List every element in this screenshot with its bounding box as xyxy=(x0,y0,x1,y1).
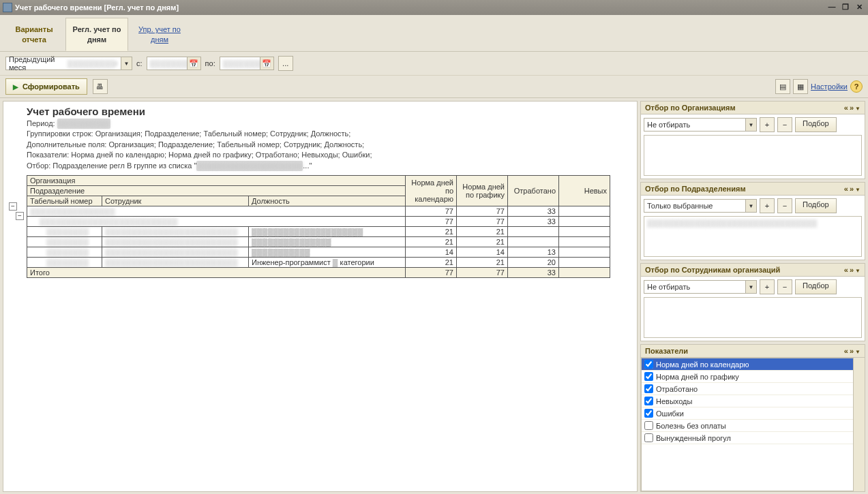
add-icon[interactable]: + xyxy=(760,117,775,132)
indicator-checkbox[interactable] xyxy=(644,433,653,442)
table-row[interactable]: ▒▒▒▒▒▒▒▒▒▒▒▒▒▒▒▒▒▒▒▒▒▒▒▒▒▒▒▒▒▒▒▒▒▒▒▒▒▒▒▒… xyxy=(27,236,610,247)
filter-emp-mode[interactable]: Не отбирать xyxy=(644,280,757,294)
maximize-button[interactable]: ❐ xyxy=(839,2,852,13)
cell-value xyxy=(559,267,610,277)
chevron-down-icon[interactable] xyxy=(855,104,860,112)
print-button[interactable]: 🖶 xyxy=(93,79,108,94)
table-row[interactable]: ▒▒▒▒▒▒▒▒▒▒▒▒▒▒▒▒▒▒▒▒▒▒▒▒▒▒▒▒▒▒▒▒▒▒▒▒▒▒▒▒… xyxy=(27,226,610,236)
date-from-input[interactable]: ▒▒▒▒▒▒▒▒ 📅 xyxy=(147,57,201,70)
indicator-row[interactable]: Ошибки xyxy=(642,407,853,420)
filter-dept-list[interactable]: ▒▒▒▒▒▒▒▒▒▒▒▒▒▒▒▒▒▒▒▒▒▒▒▒▒▒▒▒▒▒▒▒ xyxy=(644,216,862,257)
indicator-row[interactable]: Болезнь без оплаты xyxy=(642,420,853,432)
indicator-row[interactable]: Норма дней по календарю xyxy=(642,358,853,371)
cell-tabnum: ▒▒▒▒▒▒▒▒ xyxy=(27,226,102,236)
scrollbar[interactable] xyxy=(854,358,865,491)
to-label: по: xyxy=(205,59,215,67)
indicator-checkbox[interactable] xyxy=(644,360,653,369)
indicator-row[interactable]: Норма дней по графику xyxy=(642,371,853,383)
window-title: Учет рабочего времени [Регл. учет по дня… xyxy=(15,3,179,12)
select-org-button[interactable]: Подбор xyxy=(795,117,837,132)
indicator-list[interactable]: Норма дней по календарюНорма дней по гра… xyxy=(641,358,854,491)
meta-filter-prefix: Отбор: Подразделение регл В группе из сп… xyxy=(27,161,196,170)
remove-icon[interactable]: − xyxy=(777,198,792,213)
cell-value: 20 xyxy=(508,257,559,267)
panel-toggle-button[interactable]: ▤ xyxy=(775,79,790,94)
collapse-org-button[interactable]: − xyxy=(9,202,17,211)
col-org: Организация xyxy=(27,175,406,185)
col-absent: Невых xyxy=(559,175,610,206)
indicator-checkbox[interactable] xyxy=(644,397,653,405)
col-position: Должность xyxy=(249,196,406,206)
table-row[interactable]: ▒▒▒▒▒▒▒▒▒▒▒▒▒▒▒▒▒▒▒▒▒▒▒▒▒▒▒▒▒▒▒▒▒▒▒▒▒▒▒▒… xyxy=(27,247,610,257)
chevron-down-icon[interactable] xyxy=(855,266,860,274)
date-to-input[interactable]: ▒▒▒▒▒▒▒▒ 📅 xyxy=(220,57,274,70)
filter-emp-list[interactable] xyxy=(644,297,862,338)
cell-position: ▒▒▒▒▒▒▒▒▒▒▒▒▒▒▒▒▒▒▒▒▒ xyxy=(249,226,406,236)
help-button[interactable]: ? xyxy=(850,80,863,93)
indicator-checkbox[interactable] xyxy=(644,421,653,430)
list-item[interactable]: ▒▒▒▒▒▒▒▒▒▒▒▒▒▒▒▒▒▒▒▒▒▒▒▒▒▒▒▒▒▒▒▒ xyxy=(646,218,860,228)
indicator-row[interactable]: Вынужденный прогул xyxy=(642,432,853,444)
chevron-down-icon[interactable] xyxy=(746,118,757,132)
calendar-icon[interactable]: 📅 xyxy=(188,57,201,70)
cell-value: 21 xyxy=(406,257,457,267)
prev-month-value: ▒▒▒▒▒▒▒▒▒г xyxy=(68,59,118,67)
minimize-button[interactable]: — xyxy=(826,2,838,13)
add-icon[interactable]: + xyxy=(760,279,775,294)
cell-employee: ▒▒▒▒▒▒▒▒▒▒▒▒▒▒▒▒▒▒▒▒▒▒▒▒▒ xyxy=(102,257,249,267)
select-dept-button[interactable]: Подбор xyxy=(795,198,837,213)
remove-icon[interactable]: − xyxy=(777,279,792,294)
add-icon[interactable]: + xyxy=(760,198,775,213)
period-dialog-button[interactable]: ... xyxy=(278,56,293,71)
cell-position: ▒▒▒▒▒▒▒▒▒▒▒▒▒▒▒ xyxy=(249,236,406,247)
settings-link[interactable]: Настройки xyxy=(811,82,848,91)
cell-employee: ▒▒▒▒▒▒▒▒▒▒▒▒▒▒▒▒▒▒▒▒▒▒▒▒▒ xyxy=(102,236,249,247)
prev-month-combo[interactable]: Предыдущий меся ▒▒▒▒▒▒▒▒▒г xyxy=(5,57,132,70)
table-row[interactable]: ▒▒▒▒▒▒▒▒▒▒▒▒▒▒▒▒▒▒▒▒▒▒▒▒▒▒▒▒▒▒▒▒▒Инженер… xyxy=(27,257,610,267)
filter-org-list[interactable] xyxy=(644,135,862,176)
collapse-left-icon[interactable]: « xyxy=(844,266,848,274)
chevron-down-icon[interactable] xyxy=(746,199,757,213)
select-emp-button[interactable]: Подбор xyxy=(795,279,837,294)
indicator-checkbox[interactable] xyxy=(644,384,653,393)
collapse-right-icon[interactable]: » xyxy=(850,104,854,112)
collapse-left-icon[interactable]: « xyxy=(844,104,848,112)
main-area: − − Учет рабочего времени Период: ▒▒▒▒▒▒… xyxy=(0,97,868,494)
indicator-row[interactable]: Отработано xyxy=(642,383,853,395)
dept-row[interactable]: ▒▒▒▒▒▒▒▒▒▒▒▒▒▒▒▒▒▒▒▒▒▒▒▒▒▒ 77 77 33 xyxy=(27,216,610,226)
chevron-down-icon[interactable] xyxy=(121,57,132,70)
collapse-right-icon[interactable]: » xyxy=(850,347,854,355)
generate-button[interactable]: ▶ Сформировать xyxy=(5,78,87,95)
collapse-left-icon[interactable]: « xyxy=(844,347,848,355)
cell-tabnum: ▒▒▒▒▒▒▒▒ xyxy=(27,247,102,257)
report-pane[interactable]: − − Учет рабочего времени Период: ▒▒▒▒▒▒… xyxy=(3,101,638,492)
cell-value: 21 xyxy=(457,236,508,247)
indicator-checkbox[interactable] xyxy=(644,372,653,381)
filter-dept-mode[interactable]: Только выбранные xyxy=(644,199,757,213)
layout-button[interactable]: ▦ xyxy=(793,79,808,94)
indicator-row[interactable]: Невыходы xyxy=(642,395,853,407)
close-button[interactable]: ✕ xyxy=(853,2,865,13)
play-icon: ▶ xyxy=(13,83,18,91)
col-worked: Отработано xyxy=(508,175,559,206)
org-name: ▒▒▒▒▒▒▒▒▒▒▒▒▒▒▒▒ xyxy=(27,206,406,216)
org-row[interactable]: ▒▒▒▒▒▒▒▒▒▒▒▒▒▒▒▒ 77 77 33 xyxy=(27,206,610,216)
chevron-down-icon[interactable] xyxy=(855,185,860,193)
tab-variants[interactable]: Варианты отчета xyxy=(3,18,65,51)
calendar-icon[interactable]: 📅 xyxy=(260,57,274,70)
chevron-down-icon[interactable] xyxy=(746,280,757,294)
total-label: Итого xyxy=(27,267,406,277)
filter-org-mode[interactable]: Не отбирать xyxy=(644,118,757,132)
report-meta: Период: ▒▒▒▒▒▒▒▒▒▒ Группировки строк: Ор… xyxy=(27,119,637,171)
tab-upr[interactable]: Упр. учет по дням xyxy=(128,18,191,51)
collapse-left-icon[interactable]: « xyxy=(844,185,848,193)
remove-icon[interactable]: − xyxy=(777,117,792,132)
indicator-checkbox[interactable] xyxy=(644,409,653,418)
collapse-dept-button[interactable]: − xyxy=(16,212,24,220)
collapse-right-icon[interactable]: » xyxy=(850,185,854,193)
chevron-down-icon[interactable] xyxy=(855,347,860,355)
tab-regl[interactable]: Регл. учет по дням xyxy=(65,18,128,51)
collapse-right-icon[interactable]: » xyxy=(850,266,854,274)
report-title: Учет рабочего времени xyxy=(27,106,637,117)
cell-value: 33 xyxy=(508,216,559,226)
